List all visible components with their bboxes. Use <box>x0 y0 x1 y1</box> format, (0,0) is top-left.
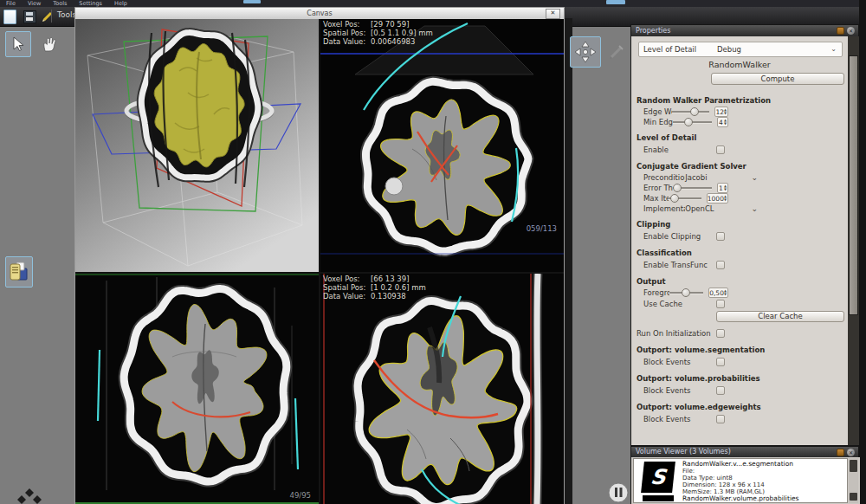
prop-row-block-events: Block Events <box>631 356 848 368</box>
implementation-dropdown[interactable]: OpenCL⌄ <box>685 204 758 214</box>
slice-number: 49/95 <box>290 491 312 500</box>
clear-cache-button[interactable]: Clear Cache <box>716 311 844 322</box>
edge-weight-scale-2-beta-slider[interactable] <box>672 107 710 117</box>
volume-viewer-scrollbar[interactable] <box>849 458 858 503</box>
minimize-icon[interactable] <box>837 27 844 35</box>
save-icon[interactable] <box>23 10 36 23</box>
max-iterations-slider[interactable] <box>669 193 701 204</box>
close-icon[interactable]: ✕ <box>847 449 855 456</box>
property-rows: Random Walker ParametrizationEdge Weight… <box>631 90 848 425</box>
preconditioner-dropdown[interactable]: Jacobi⌄ <box>685 172 758 183</box>
viewport-axial-bottom-left[interactable]: 49/95 <box>75 274 319 504</box>
label-preconditioner: Preconditioner <box>643 173 685 182</box>
viewport-axial-top[interactable]: Voxel Pos:[29 70 59] Spatial Pos:[0.5 1.… <box>320 19 564 272</box>
volume-list[interactable]: S RandomWalker.v...e.segmentation File: … <box>633 458 848 503</box>
viewport-3d[interactable] <box>75 19 319 272</box>
new-document-icon[interactable] <box>3 10 16 24</box>
prop-row-block-events: Block Events <box>631 384 848 397</box>
min-edge-weight-10-t-slider-handle[interactable] <box>684 118 693 126</box>
spinner-arrows-icon[interactable]: ▲▼ <box>724 184 727 191</box>
properties-panel: Properties ✕ Level of Detail Debug ⌄ Ran… <box>630 24 859 446</box>
volume-name: RandomWalker.v...e.segmentation <box>682 461 793 468</box>
foreground-threshold-slider[interactable] <box>669 288 704 298</box>
section-header-outport-volume-edgeweights: Outport: volume.edgeweights <box>637 403 761 411</box>
prop-row-error-threshold-10-t: Error Threshold: 10^(-t)1▲▼ <box>631 183 728 193</box>
properties-scrollbar[interactable] <box>848 36 859 445</box>
clipboard-tool-button[interactable] <box>5 256 33 288</box>
canvas-window-title: Canvas <box>307 10 332 17</box>
volume-viewer-titlebar[interactable]: Volume Viewer (3 Volumes) ✕ <box>631 447 858 457</box>
prop-row-output: Output <box>631 275 848 288</box>
level-of-detail-value: Debug <box>717 45 741 54</box>
draw-tool-button[interactable] <box>604 39 630 65</box>
max-iterations-slider-handle[interactable] <box>670 194 679 203</box>
spinner-arrows-icon[interactable]: ▲▼ <box>724 289 727 296</box>
menu-item-file[interactable]: File <box>6 0 16 7</box>
minimize-icon[interactable] <box>837 449 844 456</box>
volume-viewer-panel: Volume Viewer (3 Volumes) ✕ S RandomWalk… <box>630 446 859 504</box>
block-events-checkbox[interactable] <box>716 386 725 395</box>
spinner-arrows-icon[interactable]: ▲▼ <box>724 108 727 115</box>
prop-row-clipping: Clipping <box>631 218 848 230</box>
pause-indicator[interactable] <box>606 477 630 504</box>
prop-row-outport-volume-probabilities: Outport: volume.probabilities <box>631 372 848 384</box>
prop-row-foreground-threshold: Foreground Threshold0,50▲▼ <box>631 288 728 298</box>
compute-button[interactable]: Compute <box>711 73 844 85</box>
menu-item-view[interactable]: View <box>28 0 41 7</box>
section-header-level-of-detail: Level of Detail <box>637 133 696 142</box>
label-enable: Enable <box>643 145 716 154</box>
window-right-edge <box>859 0 866 504</box>
enable-clipping-checkbox[interactable] <box>716 232 725 241</box>
prop-row-use-cache: Use Cache <box>631 298 848 310</box>
foreground-threshold-spinbox[interactable]: 0,50▲▼ <box>708 288 728 298</box>
label-min-edge-weight-10-t: Min Edge Weight: 10^(-t) <box>643 118 673 126</box>
min-edge-weight-10-t-slider[interactable] <box>673 117 712 127</box>
cluster-icon-button[interactable] <box>14 487 45 504</box>
move-tool-button[interactable] <box>570 36 601 68</box>
label-block-events: Block Events <box>643 386 716 395</box>
spinner-arrows-icon[interactable]: ▲▼ <box>724 195 727 202</box>
enable-transfunc-checkbox[interactable] <box>716 261 725 269</box>
prop-row-min-edge-weight-10-t: Min Edge Weight: 10^(-t)4▲▼ <box>631 117 728 127</box>
label-error-threshold-10-t: Error Threshold: 10^(-t) <box>643 184 673 192</box>
prop-row-enable-clipping: Enable Clipping <box>631 230 848 242</box>
scrollbar-thumb[interactable] <box>850 460 857 472</box>
pan-tool-button[interactable] <box>36 31 61 57</box>
block-events-checkbox[interactable] <box>716 358 725 366</box>
scrollbar-thumb[interactable] <box>850 493 857 501</box>
label-enable-clipping: Enable Clipping <box>643 232 716 241</box>
canvas-window-titlebar[interactable]: Canvas ✕ <box>75 8 564 20</box>
use-cache-checkbox[interactable] <box>716 300 725 308</box>
menu-item-settings[interactable]: Settings <box>79 0 102 7</box>
block-events-checkbox[interactable] <box>716 415 725 423</box>
close-icon[interactable]: ✕ <box>546 9 560 19</box>
scrollbar-thumb[interactable] <box>849 55 858 315</box>
hand-icon <box>40 36 57 53</box>
menu-item-tools[interactable]: Tools <box>53 0 67 7</box>
level-of-detail-field[interactable]: Level of Detail Debug ⌄ <box>638 42 843 57</box>
toolbar-separator <box>51 10 52 23</box>
run-on-initialization-checkbox[interactable] <box>716 329 725 338</box>
volume-name: RandomWalker.volume.probabilities <box>682 495 799 502</box>
enable-checkbox[interactable] <box>716 145 725 154</box>
min-edge-weight-10-t-spinbox[interactable]: 4▲▼ <box>717 117 728 127</box>
close-icon[interactable]: ✕ <box>847 27 855 35</box>
section-header-classification: Classification <box>637 249 692 257</box>
menu-item-help[interactable]: Help <box>114 0 127 7</box>
error-threshold-10-t-slider-handle[interactable] <box>673 184 682 192</box>
3d-render <box>75 19 319 272</box>
voxel-info-overlay: Voxel Pos:[29 70 59] Spatial Pos:[0.5 1.… <box>323 20 433 46</box>
edge-weight-scale-2-beta-spinbox[interactable]: 12▲▼ <box>714 107 728 117</box>
clipboard-copy-icon <box>9 261 29 283</box>
viewport-axial-bottom-right[interactable]: Voxel Pos:[66 13 39] Spatial Pos:[1 0.2 … <box>320 274 564 504</box>
properties-titlebar[interactable]: Properties ✕ <box>631 25 858 36</box>
foreground-threshold-slider-handle[interactable] <box>682 288 690 297</box>
error-threshold-10-t-slider[interactable] <box>673 183 712 193</box>
edge-weight-scale-2-beta-slider-handle[interactable] <box>690 107 699 116</box>
error-threshold-10-t-spinbox[interactable]: 1▲▼ <box>717 183 728 193</box>
max-iterations-spinbox[interactable]: 1000▲▼ <box>707 193 728 204</box>
spinner-arrows-icon[interactable]: ▲▼ <box>724 119 727 126</box>
volume-thumbnail <box>643 495 674 501</box>
edit-pencil-icon[interactable] <box>42 10 55 23</box>
select-tool-button[interactable] <box>5 31 31 57</box>
